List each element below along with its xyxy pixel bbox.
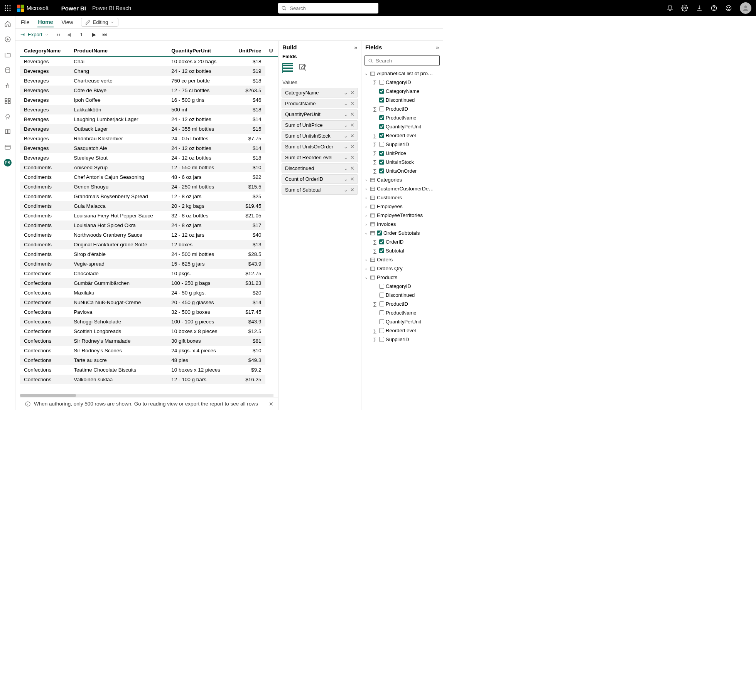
tab-view[interactable]: View <box>61 18 74 27</box>
field-table-row[interactable]: ›Employees <box>361 202 443 211</box>
workspaces-icon[interactable] <box>4 143 12 151</box>
value-field-chip[interactable]: QuantityPerUnit⌄✕ <box>282 109 358 119</box>
field-row[interactable]: Discontinued <box>361 96 443 104</box>
field-checkbox[interactable] <box>379 89 384 94</box>
value-field-chip[interactable]: Sum of ReorderLevel⌄✕ <box>282 153 358 162</box>
data-hub-icon[interactable] <box>4 66 12 74</box>
table-row[interactable]: CondimentsGrandma's Boysenberry Spread12… <box>20 192 278 201</box>
field-row[interactable]: ProductName <box>361 308 443 317</box>
field-row[interactable]: ∑ProductID <box>361 300 443 308</box>
value-field-chip[interactable]: ProductName⌄✕ <box>282 99 358 108</box>
editing-mode-button[interactable]: Editing <box>81 18 119 27</box>
collapse-build-icon[interactable]: » <box>354 44 357 50</box>
field-row[interactable]: CategoryName <box>361 87 443 96</box>
field-table-row[interactable]: ›Orders Qry <box>361 264 443 273</box>
chevron-down-icon[interactable]: ⌄ <box>342 155 349 160</box>
field-row[interactable]: QuantityPerUnit <box>361 317 443 326</box>
column-header[interactable]: U <box>265 45 278 56</box>
table-row[interactable]: ConfectionsValkoinen suklaa12 - 100 g ba… <box>20 375 278 384</box>
field-checkbox[interactable] <box>379 168 384 173</box>
field-checkbox[interactable] <box>377 231 382 236</box>
field-checkbox[interactable] <box>379 106 384 111</box>
workspace-name[interactable]: Power BI Reach <box>92 5 131 11</box>
table-row[interactable]: BeveragesLaughing Lumberjack Lager24 - 1… <box>20 114 278 124</box>
table-row[interactable]: BeveragesOutback Lager24 - 355 ml bottle… <box>20 124 278 134</box>
caret-icon[interactable]: › <box>364 187 368 191</box>
chevron-down-icon[interactable]: ⌄ <box>342 111 349 117</box>
caret-icon[interactable]: ⌄ <box>364 275 368 280</box>
remove-icon[interactable]: ✕ <box>349 144 355 150</box>
field-row[interactable]: ∑ReorderLevel <box>361 131 443 140</box>
caret-icon[interactable]: › <box>364 213 368 218</box>
table-row[interactable]: BeveragesSasquatch Ale24 - 12 oz bottles… <box>20 143 278 153</box>
field-row[interactable]: ∑UnitsInStock <box>361 158 443 167</box>
remove-icon[interactable]: ✕ <box>349 155 355 160</box>
pager-last[interactable]: ⏭ <box>102 32 108 37</box>
table-row[interactable]: BeveragesSteeleye Stout24 - 12 oz bottle… <box>20 153 278 163</box>
field-table-row[interactable]: ›Invoices <box>361 220 443 229</box>
pager-first[interactable]: ⏮ <box>56 32 61 37</box>
table-row[interactable]: BeveragesChartreuse verte750 cc per bott… <box>20 76 278 86</box>
table-row[interactable]: CondimentsSirop d'érable24 - 500 ml bott… <box>20 249 278 259</box>
caret-icon[interactable]: › <box>364 195 368 200</box>
pager-next[interactable]: ▶ <box>91 32 97 37</box>
field-row[interactable]: Discontinued <box>361 291 443 300</box>
field-checkbox[interactable] <box>379 133 384 138</box>
chevron-down-icon[interactable]: ⌄ <box>342 165 349 171</box>
table-row[interactable]: CondimentsAniseed Syrup12 - 550 ml bottl… <box>20 163 278 172</box>
table-row[interactable]: ConfectionsGumbär Gummibärchen100 - 250 … <box>20 278 278 288</box>
table-row[interactable]: ConfectionsPavlova32 - 500 g boxes$17.45 <box>20 307 278 317</box>
home-icon[interactable] <box>4 20 12 28</box>
field-table-row[interactable]: ›Customers <box>361 193 443 202</box>
table-row[interactable]: CondimentsChef Anton's Cajun Seasoning48… <box>20 172 278 182</box>
remove-icon[interactable]: ✕ <box>349 176 355 182</box>
tab-file[interactable]: File <box>20 18 30 27</box>
table-row[interactable]: BeveragesChang24 - 12 oz bottles$19 <box>20 66 278 76</box>
field-row[interactable]: ∑SupplierID <box>361 140 443 149</box>
table-row[interactable]: ConfectionsTarte au sucre48 pies$49.3 <box>20 355 278 365</box>
table-row[interactable]: CondimentsLouisiana Hot Spiced Okra24 - … <box>20 220 278 230</box>
notice-close-icon[interactable]: ✕ <box>269 401 273 407</box>
table-row[interactable]: BeveragesLakkalikööri500 ml$18 <box>20 105 278 114</box>
value-field-chip[interactable]: Count of OrderID⌄✕ <box>282 174 358 184</box>
field-row[interactable]: ∑OrderID <box>361 237 443 246</box>
collapse-fields-icon[interactable]: » <box>436 44 439 50</box>
field-table-row[interactable]: ›Orders <box>361 255 443 264</box>
table-row[interactable]: CondimentsLouisiana Fiery Hot Pepper Sau… <box>20 211 278 220</box>
field-row[interactable]: ∑Subtotal <box>361 246 443 255</box>
remove-icon[interactable]: ✕ <box>349 187 355 193</box>
field-checkbox[interactable] <box>379 293 384 298</box>
table-row[interactable]: CondimentsOriginal Frankfurter grüne Soß… <box>20 240 278 249</box>
field-table-row[interactable]: ›CustomerCustomerDe… <box>361 184 443 193</box>
remove-icon[interactable]: ✕ <box>349 90 355 96</box>
caret-icon[interactable]: › <box>364 266 368 271</box>
table-row[interactable]: BeveragesIpoh Coffee16 - 500 g tins$46 <box>20 95 278 105</box>
table-row[interactable]: CondimentsVegie-spread15 - 625 g jars$43… <box>20 259 278 269</box>
chevron-down-icon[interactable]: ⌄ <box>342 133 349 139</box>
column-header[interactable]: UnitPrice <box>231 45 265 56</box>
fields-search-input[interactable] <box>364 55 440 66</box>
remove-icon[interactable]: ✕ <box>349 111 355 117</box>
product-name[interactable]: Power BI <box>61 5 86 12</box>
field-table-row[interactable]: ⌄Alphabetical list of pro… <box>361 69 443 78</box>
field-table-row[interactable]: ⌄Order Subtotals <box>361 229 443 237</box>
remove-icon[interactable]: ✕ <box>349 165 355 171</box>
caret-icon[interactable]: ⌄ <box>364 71 368 76</box>
tab-home[interactable]: Home <box>37 17 54 27</box>
field-checkbox[interactable] <box>379 115 384 120</box>
table-row[interactable]: ConfectionsSchoggi Schokolade100 - 100 g… <box>20 317 278 326</box>
remove-icon[interactable]: ✕ <box>349 133 355 139</box>
table-row[interactable]: BeveragesRhönbräu Klosterbier24 - 0.5 l … <box>20 134 278 143</box>
pager-prev[interactable]: ◀ <box>66 32 72 37</box>
field-checkbox[interactable] <box>379 160 384 165</box>
field-table-row[interactable]: ›Categories <box>361 175 443 184</box>
field-row[interactable]: ∑SupplierID <box>361 335 443 344</box>
chevron-down-icon[interactable]: ⌄ <box>342 187 349 193</box>
field-checkbox[interactable] <box>379 142 384 147</box>
horizontal-scrollbar[interactable] <box>20 394 273 397</box>
field-row[interactable]: ∑ReorderLevel <box>361 326 443 335</box>
edit-visual-icon[interactable] <box>299 63 307 72</box>
field-table-row[interactable]: ⌄Products <box>361 273 443 282</box>
apps-icon[interactable] <box>4 97 12 105</box>
table-row[interactable]: ConfectionsTeatime Chocolate Biscuits10 … <box>20 365 278 375</box>
